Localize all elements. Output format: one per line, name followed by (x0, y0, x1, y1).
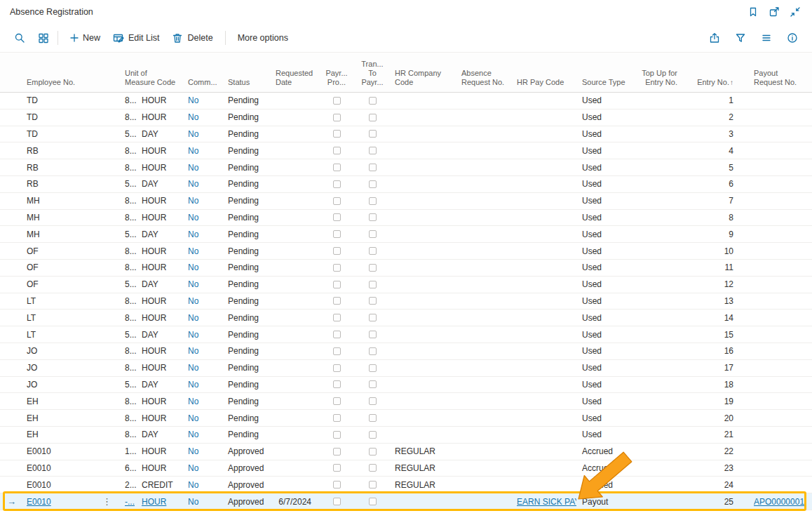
cell-top-up-for-entry-no[interactable] (635, 444, 680, 460)
cell-hr-company-code[interactable] (387, 326, 456, 343)
cell-source-type[interactable]: Used (576, 410, 635, 426)
cell-transferred-to-payroll[interactable] (358, 142, 387, 159)
cell-payout-request-no[interactable] (736, 260, 805, 276)
cell-payout-request-no[interactable] (736, 93, 805, 109)
payroll-prorated-checkbox[interactable] (333, 264, 341, 272)
cell-payout-request-no[interactable] (736, 159, 805, 175)
cell-transferred-to-payroll[interactable] (358, 193, 387, 209)
cell-comment[interactable]: No (181, 243, 222, 259)
cell-payout-request-no[interactable] (736, 460, 805, 477)
cell-comment[interactable]: No (181, 126, 222, 142)
payroll-prorated-checkbox[interactable] (333, 230, 341, 238)
cell-payout-request-no[interactable] (736, 343, 805, 359)
cell-hr-company-code[interactable] (387, 493, 456, 510)
table-row[interactable]: OF8...HOURNoPendingUsed10 (0, 243, 812, 260)
transferred-to-payroll-checkbox[interactable] (369, 347, 377, 355)
cell-payout-request-no[interactable] (736, 142, 805, 159)
info-icon[interactable] (784, 29, 801, 46)
table-row[interactable]: MH8...HOURNoPendingUsed8 (0, 210, 812, 227)
cell-hr-company-code[interactable]: REGULAR (387, 477, 456, 493)
cell-payout-request-no[interactable] (736, 477, 805, 493)
table-row[interactable]: TD8...HOURNoPendingUsed2 (0, 109, 812, 126)
cell-requested-date[interactable] (270, 109, 316, 126)
column-header-absence[interactable]: Absence Request No. (456, 69, 512, 92)
table-row[interactable]: LT8...HOURNoPendingUsed14 (0, 310, 812, 326)
share-icon[interactable] (706, 29, 723, 46)
cell-status[interactable]: Approved (222, 477, 270, 493)
cell-requested-date[interactable]: 6/7/2024 (270, 493, 316, 510)
cell-status[interactable]: Pending (222, 210, 270, 226)
table-row[interactable]: TD8...HOURNoPendingUsed1 (0, 93, 812, 109)
cell-payroll-prorated[interactable] (316, 159, 358, 175)
transferred-to-payroll-checkbox[interactable] (369, 431, 377, 439)
cell-employee-no[interactable]: E0010 (21, 477, 119, 493)
cell-status[interactable]: Pending (222, 226, 270, 242)
cell-source-type[interactable]: Used (576, 360, 635, 376)
transferred-to-payroll-checkbox[interactable] (369, 414, 377, 422)
table-row[interactable]: E00102...CREDITNoApprovedREGULARAccrued2… (0, 477, 812, 493)
cell-comment[interactable]: No (181, 377, 222, 393)
cell-payroll-prorated[interactable] (316, 360, 358, 376)
column-header-hrcompany[interactable]: HR Company Code (387, 69, 456, 92)
cell-top-up-for-entry-no[interactable] (635, 377, 680, 393)
cell-transferred-to-payroll[interactable] (358, 410, 387, 426)
cell-source-type[interactable]: Used (576, 377, 635, 393)
cell-status[interactable]: Pending (222, 193, 270, 209)
cell-top-up-for-entry-no[interactable] (635, 159, 680, 175)
cell-transferred-to-payroll[interactable] (358, 360, 387, 376)
cell-comment[interactable]: No (181, 493, 222, 510)
cell-hr-company-code[interactable] (387, 393, 456, 409)
cell-source-type[interactable]: Used (576, 226, 635, 242)
cell-hr-company-code[interactable] (387, 226, 456, 242)
cell-source-type[interactable]: Used (576, 260, 635, 276)
cell-payout-request-no[interactable] (736, 293, 805, 310)
cell-source-type[interactable]: Used (576, 310, 635, 326)
column-header-source[interactable]: Source Type (576, 78, 635, 92)
cell-absence-request-no[interactable] (456, 260, 512, 276)
cell-requested-date[interactable] (270, 310, 316, 326)
cell-absence-request-no[interactable] (456, 393, 512, 409)
list-icon[interactable] (758, 29, 775, 46)
cell-requested-date[interactable] (270, 243, 316, 259)
cell-payroll-prorated[interactable] (316, 176, 358, 192)
cell-comment[interactable]: No (181, 277, 222, 293)
transferred-to-payroll-checkbox[interactable] (369, 297, 377, 305)
cell-employee-no[interactable]: LT (21, 326, 119, 343)
cell-unit-of-measure[interactable]: 2...CREDIT (119, 477, 181, 493)
table-row[interactable]: JO5...DAYNoPendingUsed18 (0, 377, 812, 394)
delete-button[interactable]: Delete (165, 29, 219, 47)
cell-hr-pay-code[interactable] (512, 427, 576, 443)
cell-unit-of-measure[interactable]: 8...HOUR (119, 109, 181, 126)
cell-transferred-to-payroll[interactable] (358, 243, 387, 259)
cell-status[interactable]: Approved (222, 493, 270, 510)
cell-hr-pay-code[interactable] (512, 477, 576, 493)
cell-top-up-for-entry-no[interactable] (635, 410, 680, 426)
cell-requested-date[interactable] (270, 176, 316, 192)
cell-unit-of-measure[interactable]: 8...HOUR (119, 393, 181, 409)
cell-unit-of-measure[interactable]: 5...DAY (119, 126, 181, 142)
cell-source-type[interactable]: Used (576, 142, 635, 159)
cell-hr-pay-code[interactable] (512, 93, 576, 109)
cell-source-type[interactable]: Used (576, 159, 635, 175)
cell-comment[interactable]: No (181, 444, 222, 460)
cell-source-type[interactable]: Used (576, 109, 635, 126)
payroll-prorated-checkbox[interactable] (333, 498, 341, 505)
cell-top-up-for-entry-no[interactable] (635, 210, 680, 226)
cell-requested-date[interactable] (270, 427, 316, 443)
payroll-prorated-checkbox[interactable] (333, 180, 341, 188)
cell-payout-request-no[interactable]: APO0000001 (736, 493, 805, 510)
table-row[interactable]: E00106...HOURNoApprovedREGULARAccrued23 (0, 460, 812, 477)
cell-top-up-for-entry-no[interactable] (635, 460, 680, 477)
cell-employee-no[interactable]: TD (21, 93, 119, 109)
cell-status[interactable]: Pending (222, 243, 270, 259)
cell-payout-request-no[interactable] (736, 410, 805, 426)
cell-transferred-to-payroll[interactable] (358, 277, 387, 293)
cell-top-up-for-entry-no[interactable] (635, 293, 680, 310)
cell-entry-no[interactable]: 11 (680, 260, 736, 276)
cell-hr-pay-code[interactable] (512, 326, 576, 343)
transferred-to-payroll-checkbox[interactable] (369, 97, 377, 105)
table-row[interactable]: EH8...HOURNoPendingUsed20 (0, 410, 812, 427)
cell-hr-pay-code[interactable] (512, 210, 576, 226)
cell-absence-request-no[interactable] (456, 277, 512, 293)
payroll-prorated-checkbox[interactable] (333, 247, 341, 255)
